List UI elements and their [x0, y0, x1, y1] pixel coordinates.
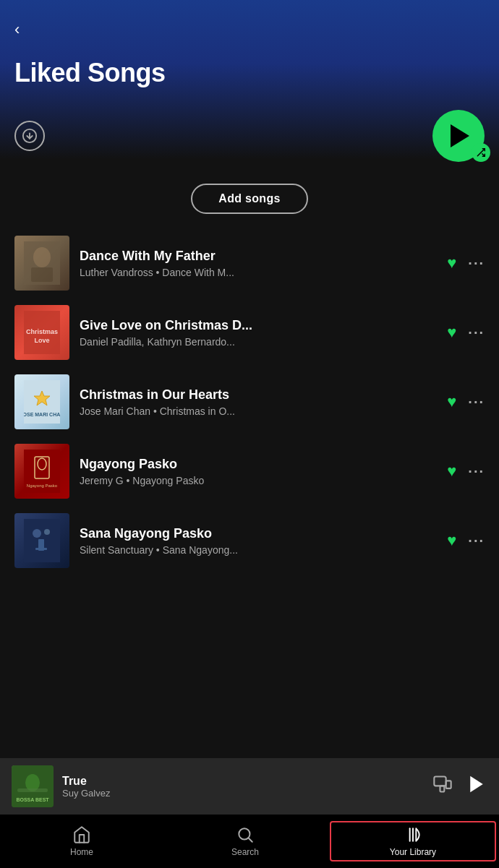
- nav-item-library[interactable]: Your Library: [330, 821, 496, 861]
- now-playing-info: True Suy Galvez: [62, 775, 424, 799]
- song-title-2: Give Love on Christmas D...: [80, 318, 437, 333]
- like-button-2[interactable]: ♥: [447, 323, 456, 342]
- list-item[interactable]: Dance With My Father Luther Vandross • D…: [0, 228, 499, 298]
- like-button-1[interactable]: ♥: [447, 254, 456, 272]
- nav-label-home: Home: [70, 847, 93, 857]
- song-actions-5: ♥ ···: [447, 531, 485, 550]
- svg-text:JOSE MARI CHAN: JOSE MARI CHAN: [24, 412, 60, 417]
- svg-text:Ngayong Pasko: Ngayong Pasko: [27, 484, 58, 488]
- song-info-5: Sana Ngayong Pasko Silent Sanctuary • Sa…: [80, 526, 437, 556]
- more-button-4[interactable]: ···: [468, 463, 485, 480]
- now-playing-title: True: [62, 775, 424, 788]
- device-icon[interactable]: [432, 774, 453, 799]
- nav-item-home[interactable]: Home: [0, 820, 163, 863]
- svg-rect-6: [31, 267, 53, 282]
- svg-rect-26: [434, 777, 445, 786]
- download-button[interactable]: [14, 121, 45, 151]
- more-button-5[interactable]: ···: [468, 533, 485, 549]
- play-button[interactable]: [432, 110, 485, 162]
- shuffle-badge: [472, 143, 490, 162]
- svg-text:Love: Love: [34, 337, 49, 344]
- add-songs-button[interactable]: Add songs: [191, 184, 307, 214]
- song-title-3: Christmas in Our Hearts: [80, 387, 437, 403]
- song-subtitle-3: Jose Mari Chan • Christmas in O...: [80, 405, 437, 417]
- download-icon: [22, 128, 38, 144]
- svg-rect-27: [440, 786, 445, 791]
- song-title-4: Ngayong Pasko: [80, 457, 437, 472]
- like-button-3[interactable]: ♥: [447, 392, 456, 411]
- now-playing-play-button[interactable]: [466, 773, 487, 800]
- now-playing-bar[interactable]: BOSSA BEST True Suy Galvez: [0, 758, 499, 815]
- home-icon: [72, 825, 91, 844]
- list-item[interactable]: JOSE MARI CHAN Christmas in Our Hearts J…: [0, 367, 499, 437]
- add-songs-row: Add songs: [0, 176, 499, 228]
- svg-marker-29: [470, 775, 483, 792]
- now-playing-art: BOSSA BEST: [12, 765, 54, 807]
- play-triangle-icon: [451, 124, 469, 147]
- list-item[interactable]: Sana Ngayong Pasko Silent Sanctuary • Sa…: [0, 506, 499, 575]
- song-info-4: Ngayong Pasko Jeremy G • Ngayong Pasko: [80, 457, 437, 486]
- controls-row: [0, 103, 499, 176]
- nav-item-search[interactable]: Search: [163, 820, 327, 863]
- song-actions-1: ♥ ···: [447, 254, 485, 272]
- song-actions-4: ♥ ···: [447, 462, 485, 481]
- nav-label-search: Search: [231, 847, 259, 857]
- page-title: Liked Songs: [14, 58, 485, 88]
- svg-point-30: [239, 828, 250, 839]
- search-icon: [236, 825, 255, 844]
- song-subtitle-4: Jeremy G • Ngayong Pasko: [80, 475, 437, 486]
- more-button-3[interactable]: ···: [468, 394, 485, 411]
- bottom-nav: Home Search Your Library: [0, 815, 499, 868]
- nav-label-library: Your Library: [390, 847, 436, 857]
- song-info-1: Dance With My Father Luther Vandross • D…: [80, 249, 437, 278]
- song-art-3: JOSE MARI CHAN: [14, 374, 69, 429]
- library-icon: [404, 825, 422, 844]
- song-art-1: [14, 236, 69, 291]
- svg-rect-21: [35, 548, 47, 550]
- song-info-2: Give Love on Christmas D... Daniel Padil…: [80, 318, 437, 348]
- song-title-1: Dance With My Father: [80, 249, 437, 264]
- svg-point-19: [44, 529, 50, 535]
- list-item[interactable]: Christmas Love Give Love on Christmas D.…: [0, 298, 499, 367]
- back-button[interactable]: ‹: [14, 20, 20, 39]
- now-playing-controls: [432, 773, 487, 800]
- play-shuffle-group: [432, 110, 485, 162]
- song-title-5: Sana Ngayong Pasko: [80, 526, 437, 541]
- like-button-4[interactable]: ♥: [447, 462, 456, 481]
- song-actions-2: ♥ ···: [447, 323, 485, 342]
- song-art-2: Christmas Love: [14, 305, 69, 360]
- svg-point-5: [33, 247, 51, 267]
- svg-text:BOSSA BEST: BOSSA BEST: [16, 797, 49, 802]
- shuffle-icon: [476, 147, 486, 158]
- more-button-2[interactable]: ···: [468, 325, 485, 341]
- svg-rect-24: [17, 788, 48, 792]
- song-art-5: [14, 513, 69, 568]
- song-info-3: Christmas in Our Hearts Jose Mari Chan •…: [80, 387, 437, 417]
- svg-point-18: [33, 529, 41, 538]
- svg-rect-28: [446, 781, 451, 788]
- svg-line-31: [249, 838, 252, 842]
- like-button-5[interactable]: ♥: [447, 531, 456, 550]
- song-subtitle-5: Silent Sanctuary • Sana Ngayong...: [80, 544, 437, 556]
- list-item[interactable]: Ngayong Pasko Ngayong Pasko Jeremy G • N…: [0, 437, 499, 506]
- song-actions-3: ♥ ···: [447, 392, 485, 411]
- song-subtitle-2: Daniel Padilla, Kathryn Bernardo...: [80, 336, 437, 348]
- song-subtitle-1: Luther Vandross • Dance With M...: [80, 267, 437, 278]
- song-art-4: Ngayong Pasko: [14, 444, 69, 499]
- more-button-1[interactable]: ···: [468, 255, 485, 272]
- song-list: Dance With My Father Luther Vandross • D…: [0, 228, 499, 575]
- now-playing-artist: Suy Galvez: [62, 788, 424, 799]
- svg-text:Christmas: Christmas: [26, 328, 58, 335]
